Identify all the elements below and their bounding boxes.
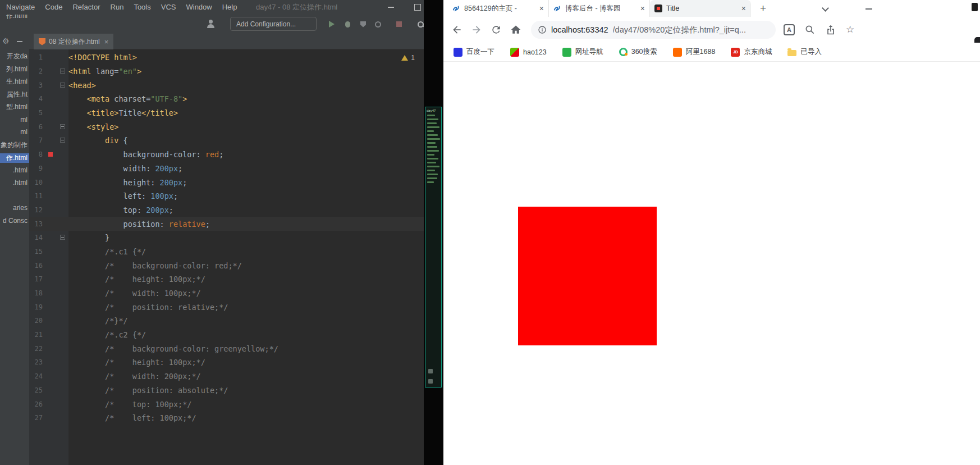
code-text[interactable]: background-color: red; <box>68 150 223 159</box>
code-text[interactable]: /* height: 100px;*/ <box>68 275 205 284</box>
code-text[interactable]: /* top: 100px;*/ <box>68 400 191 409</box>
gear-icon[interactable]: ⚙ <box>2 37 10 45</box>
code-text[interactable]: <!DOCTYPE html> <box>68 53 137 62</box>
project-item[interactable]: ml <box>0 127 29 137</box>
code-text[interactable]: /* width: 200px;*/ <box>68 372 201 381</box>
ide-minimize-button[interactable] <box>377 0 404 15</box>
tab-close-icon[interactable]: × <box>539 4 544 13</box>
browser-tab[interactable]: 博客后台 - 博客园× <box>549 0 650 17</box>
code-text[interactable]: /* position: absolute;*/ <box>68 386 228 395</box>
editor-tab[interactable]: 08 定位操作.html × <box>34 34 113 49</box>
wangzhi-daohang-icon <box>562 48 571 57</box>
bookmark-imported[interactable]: 已导入 <box>787 47 822 57</box>
menu-item-tools[interactable]: Tools <box>129 0 155 15</box>
code-text[interactable]: div { <box>68 136 128 145</box>
code-text[interactable]: <title>Title</title> <box>68 108 178 117</box>
code-text[interactable]: <style> <box>68 122 118 131</box>
menu-item-navigate[interactable]: Navigate <box>1 0 40 15</box>
browser-tab[interactable]: 8564129的主页 -× <box>448 0 549 17</box>
project-item[interactable]: d Consc <box>0 216 29 226</box>
bookmark-hao123[interactable]: hao123 <box>510 48 547 57</box>
bookmark-so360[interactable]: 360搜索 <box>619 47 657 57</box>
code-text[interactable]: /* height: 100px;*/ <box>68 358 205 367</box>
bookmark-ali1688[interactable]: 阿里1688 <box>673 47 716 57</box>
back-button[interactable] <box>451 24 462 35</box>
code-editor[interactable]: 1<!DOCTYPE html>2<html lang="en">3<head>… <box>29 49 424 465</box>
project-item[interactable]: .html <box>0 178 29 188</box>
bookmark-jd[interactable]: JD京东商城 <box>731 47 772 57</box>
code-text[interactable]: position: relative; <box>68 220 210 229</box>
browser-minimize-button[interactable] <box>865 8 872 10</box>
add-configuration-button[interactable]: Add Configuration... <box>230 17 317 31</box>
gutter-icons <box>43 231 68 245</box>
zoom-icon[interactable] <box>804 24 816 35</box>
share-icon[interactable] <box>825 24 836 35</box>
translate-icon[interactable]: A <box>784 24 795 35</box>
new-tab-button[interactable]: + <box>760 0 766 17</box>
bookmark-star-icon[interactable]: ☆ <box>846 24 854 35</box>
code-text[interactable]: /* background-color: red;*/ <box>68 261 242 270</box>
fold-marker-icon[interactable] <box>60 69 65 74</box>
code-text[interactable]: <html lang="en"> <box>68 67 141 76</box>
stop-button[interactable] <box>394 20 404 29</box>
tab-close-icon[interactable]: × <box>741 4 746 13</box>
debug-button[interactable] <box>342 20 352 29</box>
code-text[interactable]: left: 100px; <box>68 192 178 200</box>
tab-list-chevron-icon[interactable] <box>822 4 829 12</box>
fold-marker-icon[interactable] <box>60 138 65 143</box>
fold-marker-icon[interactable] <box>60 235 65 240</box>
code-text[interactable]: /* position: relative;*/ <box>68 303 228 312</box>
project-item[interactable]: ml <box>0 115 29 125</box>
fold-marker-icon[interactable] <box>60 124 65 129</box>
user-settings-icon[interactable] <box>207 19 216 28</box>
profiler-button[interactable] <box>373 20 383 29</box>
project-item[interactable]: 开发da <box>0 52 29 61</box>
project-item-selected[interactable]: 作.html <box>0 153 29 163</box>
collapse-icon[interactable] <box>17 41 22 42</box>
project-item[interactable]: .html <box>0 166 29 175</box>
forward-button[interactable] <box>471 24 482 35</box>
menu-item-vcs[interactable]: VCS <box>156 0 181 15</box>
bookmark-baidu[interactable]: 百度一下 <box>454 47 494 57</box>
coverage-button[interactable] <box>358 20 368 29</box>
code-text[interactable]: /* width: 100px;*/ <box>68 289 201 298</box>
code-text[interactable]: <head> <box>68 81 96 90</box>
browser-tab-active[interactable]: Title× <box>650 0 751 17</box>
warning-indicator[interactable]: 1 <box>401 54 415 62</box>
reload-button[interactable] <box>491 24 502 35</box>
code-text[interactable]: /*}*/ <box>68 316 128 325</box>
desktop-gap: day47 <box>424 0 443 465</box>
browser-corner-button[interactable] <box>972 3 978 11</box>
bookmark-wangzhi-daohang[interactable]: 网址导航 <box>562 47 603 57</box>
tab-close-icon[interactable]: × <box>640 4 645 13</box>
project-item[interactable]: 属性.ht <box>0 90 29 99</box>
color-swatch-red[interactable] <box>48 152 53 157</box>
code-text[interactable]: <meta charset="UTF-8"> <box>68 94 187 103</box>
tab-close-icon[interactable]: × <box>104 38 109 46</box>
code-text[interactable]: /* background-color: greenyellow;*/ <box>68 344 278 353</box>
code-text[interactable]: /*.c2 {*/ <box>68 330 146 339</box>
menu-item-help[interactable]: Help <box>217 0 242 15</box>
project-item[interactable]: 列.html <box>0 65 29 74</box>
menu-item-window[interactable]: Window <box>181 0 217 15</box>
code-text[interactable]: } <box>68 233 109 242</box>
code-text[interactable]: width: 200px; <box>68 164 182 173</box>
project-item[interactable]: 型.html <box>0 102 29 112</box>
project-item[interactable]: 生.html <box>0 77 29 86</box>
home-button[interactable] <box>510 24 521 35</box>
fold-marker-icon[interactable] <box>60 83 65 88</box>
code-text[interactable]: height: 200px; <box>68 178 187 187</box>
run-button[interactable] <box>327 20 337 29</box>
info-icon[interactable] <box>538 25 547 34</box>
code-text[interactable]: top: 200px; <box>68 206 173 215</box>
project-item[interactable]: 作.html <box>0 15 29 21</box>
code-text[interactable]: /*.c1 {*/ <box>68 247 146 256</box>
code-text[interactable]: /* left: 100px;*/ <box>68 413 196 422</box>
window-preview-overlay[interactable]: day47 <box>425 107 442 388</box>
menu-item-code[interactable]: Code <box>40 0 67 15</box>
project-item[interactable]: 象的制作 <box>0 140 29 150</box>
project-item[interactable]: aries <box>0 203 29 213</box>
address-bar[interactable]: localhost:63342/day47/08%20定位操作.html?_ij… <box>531 21 776 39</box>
menu-item-run[interactable]: Run <box>106 0 129 15</box>
menu-item-refactor[interactable]: Refactor <box>67 0 105 15</box>
